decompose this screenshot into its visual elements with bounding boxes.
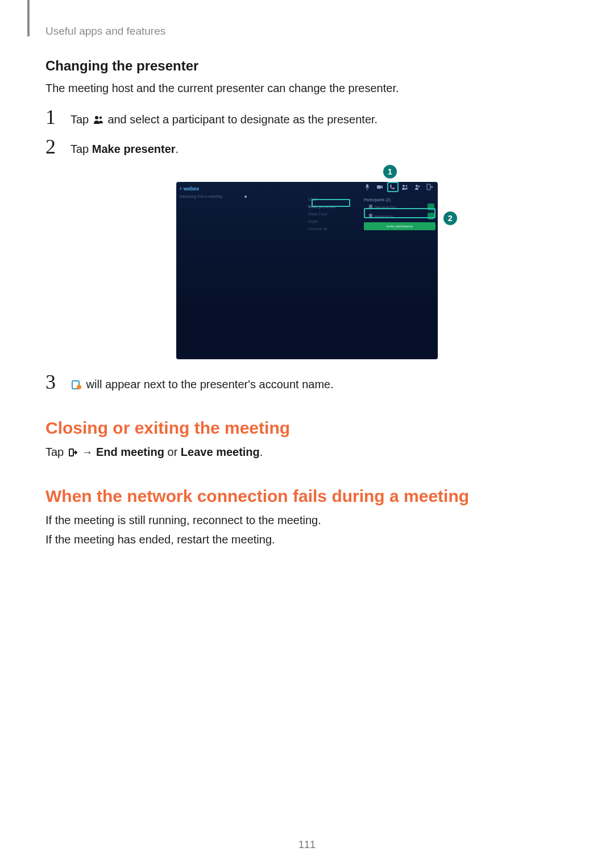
callout-2: 2	[443, 211, 457, 225]
arrow: →	[81, 446, 96, 458]
tap-prefix: Tap	[45, 446, 67, 458]
sub-heading-changing-presenter: Changing the presenter	[45, 58, 569, 74]
margin-tick	[27, 0, 30, 36]
participants-icon[interactable]	[400, 183, 409, 191]
add-user-icon[interactable]	[413, 183, 422, 191]
step-text: Tap and select a participant to designat…	[70, 107, 377, 128]
step3-text: will appear next to the presenter's acco…	[86, 378, 334, 391]
step2-prefix: Tap	[70, 143, 92, 155]
meeting-title: Samsung Kim's meeting	[180, 194, 222, 198]
back-button[interactable]: ‹ webex	[180, 185, 199, 192]
highlight-1	[387, 182, 399, 192]
svg-point-6	[406, 185, 408, 187]
step2-action: Make presenter	[92, 143, 176, 155]
page-number: 111	[0, 839, 614, 851]
svg-point-14	[77, 385, 81, 389]
svg-rect-16	[70, 450, 73, 455]
step1-suffix: and select a participant to designate as…	[107, 113, 377, 126]
step-number: 2	[45, 136, 66, 157]
panel-heading: Participants (2)	[364, 198, 435, 202]
presenter-ball-icon	[72, 377, 82, 393]
step-2: 2 Tap Make presenter.	[45, 136, 569, 157]
invite-button[interactable]: Invite participants	[364, 222, 435, 230]
section-heading-network: When the network connection fails during…	[45, 487, 569, 506]
callout-1: 1	[383, 165, 397, 178]
network-p2: If the meeting has ended, restart the me…	[45, 531, 569, 548]
menu-make-host[interactable]: Make Host	[306, 210, 357, 218]
menu-expel[interactable]: Expel	[306, 218, 357, 225]
step-3: 3 will appear next to the presenter's ac…	[45, 372, 569, 393]
or-text: or	[164, 446, 181, 458]
section-heading-closing: Closing or exiting the meeting	[45, 418, 569, 438]
period: .	[260, 446, 263, 458]
exit-icon[interactable]	[425, 183, 434, 191]
intro-text: The meeting host and the current present…	[45, 80, 569, 97]
leave-meeting-label: Leave meeting	[181, 446, 260, 458]
indicator-dot	[244, 196, 247, 198]
video-icon[interactable]	[375, 183, 384, 191]
svg-point-1	[99, 117, 102, 119]
menu-unmute-all[interactable]: Unmute all	[306, 225, 357, 232]
step-number: 1	[45, 107, 66, 127]
app-screenshot: 1 2 3 ‹ webex Samsung Kim's meeting	[157, 165, 457, 359]
breadcrumb: Useful apps and features	[45, 25, 569, 38]
highlight-3	[312, 199, 350, 207]
svg-rect-2	[366, 184, 368, 188]
step-text: will appear next to the presenter's acco…	[70, 372, 334, 393]
step1-prefix: Tap	[70, 113, 92, 126]
toolbar-icons	[363, 183, 434, 191]
step-1: 1 Tap and select a participant to design…	[45, 107, 569, 128]
step-text: Tap Make presenter.	[70, 136, 179, 157]
svg-rect-4	[377, 185, 381, 189]
exit-icon	[68, 445, 77, 462]
mic-icon[interactable]	[363, 183, 372, 191]
participants-icon	[93, 113, 103, 128]
closing-instruction: Tap → End meeting or Leave meeting.	[45, 443, 569, 462]
manual-page: Useful apps and features Changing the pr…	[0, 0, 614, 868]
step2-suffix: .	[176, 143, 179, 155]
highlight-2	[364, 208, 435, 218]
svg-point-0	[95, 116, 98, 119]
step-number: 3	[45, 372, 66, 392]
svg-point-7	[416, 185, 418, 187]
svg-point-5	[403, 185, 405, 187]
network-p1: If the meeting is still running, reconne…	[45, 512, 569, 529]
end-meeting-label: End meeting	[96, 446, 164, 458]
